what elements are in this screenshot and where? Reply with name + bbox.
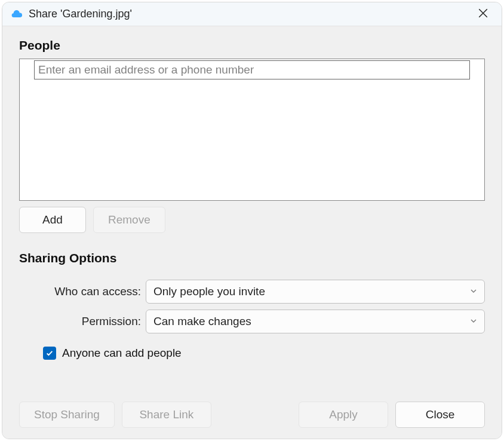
- who-can-access-value: Only people you invite: [153, 285, 265, 298]
- permission-select[interactable]: Can make changes: [146, 310, 485, 333]
- share-dialog: Share 'Gardening.jpg' People Add Remove …: [2, 2, 502, 439]
- add-button[interactable]: Add: [19, 207, 86, 233]
- dialog-footer: Stop Sharing Share Link Apply Close: [19, 402, 485, 428]
- who-can-access-label: Who can access:: [19, 285, 146, 298]
- anyone-can-add-label: Anyone can add people: [62, 347, 182, 360]
- stop-sharing-button[interactable]: Stop Sharing: [19, 402, 115, 428]
- chevron-down-icon: [470, 316, 477, 327]
- dialog-title: Share 'Gardening.jpg': [29, 8, 473, 20]
- people-section-label: People: [19, 38, 485, 53]
- recipient-input[interactable]: [34, 60, 470, 79]
- sharing-options-label: Sharing Options: [19, 251, 485, 265]
- people-list-box: [19, 59, 485, 201]
- icloud-icon: [11, 8, 23, 20]
- sharing-options-grid: Who can access: Only people you invite P…: [19, 280, 485, 333]
- dialog-content: People Add Remove Sharing Options Who ca…: [2, 26, 502, 439]
- chevron-down-icon: [470, 286, 477, 297]
- titlebar: Share 'Gardening.jpg': [2, 2, 502, 26]
- anyone-can-add-checkbox[interactable]: [43, 347, 56, 360]
- close-button[interactable]: Close: [395, 402, 485, 428]
- who-can-access-select[interactable]: Only people you invite: [146, 280, 485, 304]
- permission-value: Can make changes: [153, 315, 251, 328]
- share-link-button[interactable]: Share Link: [122, 402, 211, 428]
- permission-label: Permission:: [19, 315, 146, 328]
- remove-button[interactable]: Remove: [93, 207, 165, 233]
- anyone-can-add-row: Anyone can add people: [43, 347, 485, 360]
- people-buttons: Add Remove: [19, 207, 485, 233]
- close-icon[interactable]: [473, 5, 493, 23]
- apply-button[interactable]: Apply: [299, 402, 388, 428]
